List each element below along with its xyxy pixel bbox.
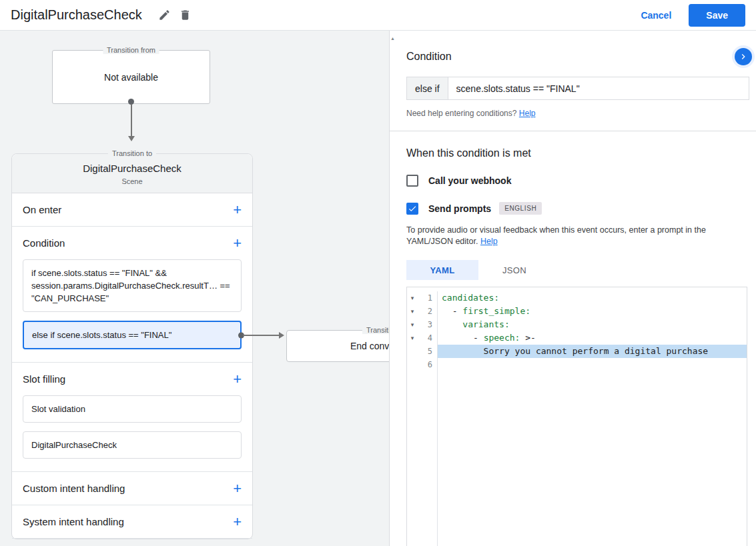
condition-met-heading: When this condition is met <box>406 147 739 159</box>
edit-title-button[interactable] <box>154 5 175 25</box>
add-icon[interactable]: + <box>233 203 242 217</box>
help-link[interactable]: Help <box>519 109 536 118</box>
gutter-row: ▾ 1 <box>407 291 437 305</box>
call-webhook-checkbox[interactable] <box>406 175 418 187</box>
condition-editor-panel: ▲ Condition else if scene.slots.status =… <box>390 31 756 546</box>
send-prompts-checkbox[interactable] <box>406 203 418 215</box>
editor-gutter: ▾ 1 ▾ 2 ▾ 3 ▾ 4 5 <box>407 291 438 546</box>
scene-subtitle: Scene <box>23 177 242 185</box>
fold-toggle-icon[interactable]: ▾ <box>407 321 418 328</box>
chevron-right-icon <box>738 51 749 62</box>
connector-arrowhead-right <box>279 332 284 339</box>
line-number: 6 <box>418 360 437 369</box>
connector-line <box>131 104 132 137</box>
help-link[interactable]: Help <box>480 237 498 246</box>
fold-toggle-icon[interactable]: ▾ <box>407 295 418 301</box>
send-prompts-checkbox-row: Send prompts ENGLISH <box>406 202 739 215</box>
line-number: 3 <box>418 320 437 329</box>
transition-from-value: Not available <box>104 72 158 83</box>
transition-to-label: Transition to <box>362 326 390 334</box>
cancel-button[interactable]: Cancel <box>641 10 671 21</box>
gutter-row: ▾ 4 <box>407 331 437 345</box>
scene-graph-canvas[interactable]: Transition from Not available Transition… <box>0 31 390 546</box>
yaml-code-editor[interactable]: ▾ 1 ▾ 2 ▾ 3 ▾ 4 5 <box>406 287 747 546</box>
code-line[interactable]: - first_simple: <box>438 305 747 318</box>
gutter-row: ▾ 2 <box>407 305 437 318</box>
editor-format-tabs: YAML JSON <box>406 260 739 280</box>
section-custom-intent-handling[interactable]: Custom intent handling + <box>12 472 252 505</box>
transition-from-node[interactable]: Transition from Not available <box>52 50 210 104</box>
fold-toggle-icon[interactable]: ▾ <box>407 308 418 315</box>
collapse-panel-button[interactable] <box>735 48 752 65</box>
prompt-hint-text: To provide audio or visual feedback when… <box>406 225 739 247</box>
slot-validation-card[interactable]: Slot validation <box>23 395 242 423</box>
code-line-highlighted[interactable]: Sorry you cannot perform a digital purch… <box>438 345 747 358</box>
section-on-enter[interactable]: On enter + <box>12 193 252 226</box>
add-icon[interactable]: + <box>233 373 242 386</box>
condition-help-line: Need help entering conditions? Help <box>406 109 739 118</box>
connector-line <box>243 335 283 336</box>
end-node-value: End conversation <box>350 341 390 351</box>
condition-card-selected[interactable]: else if scene.slots.status == "FINAL" <box>23 321 242 349</box>
divider <box>390 131 756 131</box>
add-icon[interactable]: + <box>233 482 242 495</box>
code-line[interactable] <box>438 358 747 371</box>
slot-card[interactable]: DigitalPurchaseCheck <box>23 431 242 459</box>
fold-toggle-icon[interactable]: ▾ <box>407 335 418 341</box>
tab-json[interactable]: JSON <box>478 260 550 280</box>
condition-expression-row: else if scene.slots.status == "FINAL" <box>406 77 749 100</box>
main-content: Transition from Not available Transition… <box>0 31 756 546</box>
trash-icon <box>179 9 192 21</box>
condition-card[interactable]: if scene.slots.status == "FINAL" && sess… <box>23 259 242 312</box>
section-condition[interactable]: Condition + <box>12 227 252 259</box>
tab-yaml[interactable]: YAML <box>406 260 478 280</box>
code-area[interactable]: candidates: - first_simple: variants: - … <box>438 291 747 546</box>
edit-icon <box>158 9 171 21</box>
add-icon[interactable]: + <box>233 237 242 250</box>
add-icon[interactable]: + <box>233 515 242 529</box>
divider <box>12 538 252 539</box>
scene-node[interactable]: Transition to DigitalPurchaseCheck Scene… <box>11 153 253 539</box>
check-icon <box>408 204 417 213</box>
panel-title: Condition <box>406 51 452 63</box>
section-system-intent-handling[interactable]: System intent handling + <box>12 505 252 538</box>
line-number: 1 <box>418 293 437 303</box>
gutter-row: 5 <box>407 345 437 358</box>
transition-to-label: Transition to <box>108 149 156 157</box>
code-line[interactable]: candidates: <box>438 291 747 305</box>
gutter-row: ▾ 3 <box>407 318 437 331</box>
top-bar: DigitalPurchaseCheck Cancel Save <box>0 0 756 31</box>
end-conversation-node[interactable]: Transition to End conversation <box>286 330 390 362</box>
line-number: 4 <box>418 333 437 343</box>
condition-expression-input[interactable]: scene.slots.status == "FINAL" <box>448 77 749 99</box>
section-slot-filling[interactable]: Slot filling + <box>12 363 252 395</box>
scrollbar-up-icon[interactable]: ▲ <box>390 36 395 41</box>
line-number: 2 <box>418 307 437 316</box>
gutter-row: 6 <box>407 358 437 371</box>
webhook-checkbox-row: Call your webhook <box>406 175 739 187</box>
language-badge: ENGLISH <box>499 202 542 215</box>
delete-scene-button[interactable] <box>175 5 196 25</box>
code-line[interactable]: variants: <box>438 318 747 331</box>
condition-prefix-label: else if <box>407 77 448 99</box>
code-line[interactable]: - speech: >- <box>438 331 747 345</box>
line-number: 5 <box>418 347 437 356</box>
page-title: DigitalPurchaseCheck <box>11 7 142 23</box>
save-button[interactable]: Save <box>689 4 745 27</box>
transition-from-label: Transition from <box>103 46 159 54</box>
panel-header: Condition <box>390 31 756 65</box>
scene-header: DigitalPurchaseCheck Scene <box>12 154 252 193</box>
connector-arrowhead-down <box>128 136 135 141</box>
scene-title: DigitalPurchaseCheck <box>23 163 242 174</box>
